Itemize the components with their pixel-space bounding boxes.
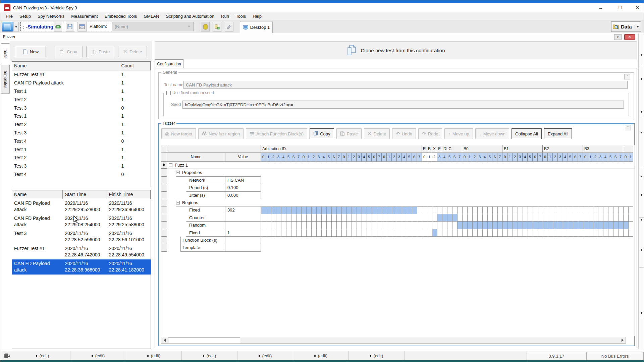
- options-window-button[interactable]: [77, 22, 87, 32]
- tab-desktop-1[interactable]: Desktop 1: [240, 21, 273, 33]
- save-button[interactable]: [66, 22, 74, 32]
- database-button[interactable]: [201, 22, 210, 32]
- move-down-button[interactable]: ↓Move down: [475, 128, 509, 139]
- test-row[interactable]: Test 31: [12, 162, 151, 170]
- test-row[interactable]: CAN FD Payload attack1: [12, 79, 151, 87]
- menu-file[interactable]: File: [2, 13, 16, 20]
- test-row[interactable]: Fuzzer Test #11: [12, 70, 151, 79]
- bit-region-cells[interactable]: [261, 214, 633, 222]
- menu-gmlan[interactable]: GMLAN: [140, 13, 162, 20]
- bit-region-cells[interactable]: [261, 206, 633, 214]
- status-edit-segment[interactable]: (edit): [293, 351, 349, 361]
- grid-row-fuzz-1[interactable]: −Fuzz 1: [161, 162, 635, 169]
- grid-row-jitter-s[interactable]: Jitter (s)0.000: [161, 192, 635, 199]
- sidebar-tab-templates[interactable]: Templates: [1, 65, 10, 94]
- test-row[interactable]: Test 40: [12, 137, 151, 145]
- scrollbar-thumb[interactable]: [168, 337, 240, 343]
- move-up-button[interactable]: ↑Move up: [444, 128, 473, 139]
- new-test-button[interactable]: New: [16, 46, 46, 57]
- status-edit-segment[interactable]: (edit): [182, 351, 237, 361]
- value-cell[interactable]: [225, 244, 261, 251]
- value-cell[interactable]: HS CAN: [225, 177, 261, 184]
- spy-mode-dropdown[interactable]: ▼: [13, 22, 19, 32]
- menu-spy-networks[interactable]: Spy Networks: [34, 13, 68, 20]
- grid-row-random[interactable]: Random: [161, 222, 635, 229]
- status-edit-segment[interactable]: (edit): [15, 351, 70, 361]
- value-cell[interactable]: 0.000: [225, 192, 261, 199]
- hardware-button[interactable]: [54, 22, 62, 32]
- test-row[interactable]: Test 40: [12, 170, 151, 179]
- scroll-right-button[interactable]: [619, 337, 626, 343]
- status-edit-segment[interactable]: (edit): [126, 351, 182, 361]
- close-button[interactable]: ✕: [630, 3, 644, 12]
- data-button[interactable]: Data ▼: [611, 21, 641, 32]
- menu-help[interactable]: Help: [249, 13, 265, 20]
- test-row[interactable]: Test 11: [12, 87, 151, 96]
- menu-scripting-and-automation[interactable]: Scripting and Automation: [162, 13, 218, 20]
- value-cell[interactable]: [225, 222, 261, 229]
- menu-measurement[interactable]: Measurement: [68, 13, 101, 20]
- spy-mode-button[interactable]: [2, 22, 13, 32]
- test-row[interactable]: Test 21: [12, 154, 151, 162]
- test-row[interactable]: Test 31: [12, 129, 151, 137]
- tree-collapse-toggle[interactable]: −: [176, 171, 180, 174]
- run-row[interactable]: CAN FD Payload attack2020/11/16 22:28:36…: [12, 259, 151, 275]
- new-target-button[interactable]: ◎New target: [161, 128, 196, 139]
- fuzzer-window-close-button[interactable]: ✕: [624, 34, 635, 40]
- value-cell[interactable]: 392: [225, 206, 261, 214]
- status-edit-segment[interactable]: (edit): [237, 351, 293, 361]
- minimize-button[interactable]: –: [593, 3, 608, 12]
- expand-all-button[interactable]: Expand All: [544, 128, 572, 139]
- platform-select[interactable]: (None) ▼: [112, 22, 194, 31]
- bit-region-cells[interactable]: [261, 229, 633, 237]
- grid-row-counter[interactable]: Counter: [161, 214, 635, 222]
- fixed-seed-checkbox[interactable]: [166, 91, 171, 95]
- grid-horizontal-scrollbar[interactable]: [161, 337, 626, 344]
- scroll-left-button[interactable]: [161, 337, 168, 343]
- copy-test-button[interactable]: Copy: [54, 46, 83, 57]
- seed-field[interactable]: bOpMvgjOcq9i+GKmTj0T2EDDHn+r0EPicBoD6rzt…: [182, 101, 624, 109]
- run-row[interactable]: Test 32020/11/16 22:28:52:5960002020/11/…: [12, 229, 151, 244]
- maximize-button[interactable]: ☐: [613, 3, 628, 12]
- run-row[interactable]: CAN FD Payload attack2020/11/16 22:29:08…: [12, 214, 151, 229]
- test-row[interactable]: Test 21: [12, 95, 151, 104]
- delete-test-button[interactable]: ✕ Delete: [118, 46, 147, 57]
- tree-collapse-toggle[interactable]: −: [176, 201, 180, 204]
- test-row[interactable]: Test 21: [12, 120, 151, 129]
- paste-test-button[interactable]: Paste: [86, 46, 115, 57]
- grid-row-network[interactable]: NetworkHS CAN: [161, 177, 635, 184]
- menu-run[interactable]: Run: [218, 13, 232, 20]
- data-dropdown-icon[interactable]: ▼: [635, 25, 639, 28]
- paste-button[interactable]: Paste: [336, 128, 362, 139]
- run-row[interactable]: Fuzzer Test #12020/11/16 22:28:46:742000…: [12, 244, 151, 259]
- clone-test-banner-button[interactable]: Clone new test from this configuration: [155, 41, 637, 59]
- database-add-button[interactable]: [213, 22, 221, 32]
- undo-button[interactable]: ↶Undo: [392, 128, 416, 139]
- menu-setup[interactable]: Setup: [16, 13, 34, 20]
- test-row[interactable]: Test 30: [12, 104, 151, 112]
- grid-row-properties[interactable]: −Properties: [161, 169, 635, 176]
- delete-button[interactable]: ✕Delete: [364, 128, 390, 139]
- value-cell[interactable]: [225, 214, 261, 222]
- value-cell[interactable]: [225, 237, 261, 244]
- grid-row-function-block-s[interactable]: Function Block (s): [161, 237, 635, 244]
- grid-row-period-s[interactable]: Period (s)0.100: [161, 184, 635, 191]
- menu-tools[interactable]: Tools: [232, 13, 249, 20]
- run-row[interactable]: CAN FD Payload attack2020/11/16 22:29:29…: [12, 199, 151, 214]
- grid-row-regions[interactable]: −Regions: [161, 199, 635, 206]
- value-cell[interactable]: 0.100: [225, 184, 261, 191]
- bit-region-cells[interactable]: [261, 222, 633, 229]
- new-fuzz-region-button[interactable]: New fuzz region: [198, 128, 244, 139]
- attach-function-block-s-button[interactable]: Attach Function Block(s): [246, 128, 307, 139]
- copy-button[interactable]: Copy: [310, 128, 334, 139]
- value-cell[interactable]: 1: [225, 229, 261, 237]
- grid-row-fixed[interactable]: Fixed392: [161, 206, 635, 214]
- tab-configuration[interactable]: Configuration: [155, 59, 183, 68]
- fuzzer-window-menu-button[interactable]: ▼: [614, 34, 622, 40]
- redo-button[interactable]: ↷Redo: [418, 128, 442, 139]
- tree-collapse-toggle[interactable]: −: [169, 163, 172, 167]
- status-edit-segment[interactable]: (edit): [70, 351, 126, 361]
- collapse-general-button[interactable]: ⌃: [624, 74, 630, 79]
- status-edit-segment[interactable]: (edit): [349, 351, 405, 361]
- test-row[interactable]: Test 11: [12, 145, 151, 154]
